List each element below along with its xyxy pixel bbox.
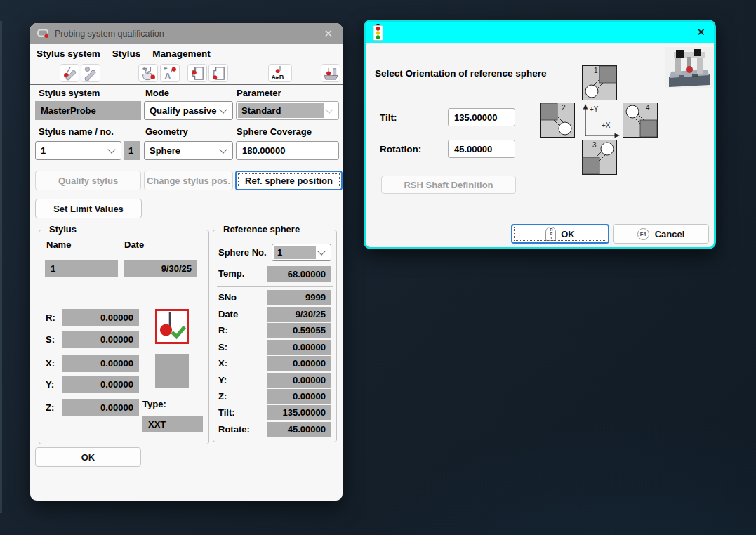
orientation-1-tile[interactable]: 1 xyxy=(582,65,617,100)
divider xyxy=(217,286,333,287)
ref-y-label: Y: xyxy=(218,375,227,385)
orientation-dialog-window: ✕ Select Orientation of reference sphere xyxy=(364,20,716,249)
mode-label: Mode xyxy=(145,88,169,98)
tilt-label: Tilt: xyxy=(380,112,397,123)
stylus-name-label: Stylus name / no. xyxy=(39,126,114,137)
left-window-titlebar[interactable]: Probing system qualification ✕ xyxy=(30,23,343,44)
qualify-stylus-icon[interactable] xyxy=(60,64,79,82)
stylus-number-value: 1 xyxy=(124,141,140,160)
copy-stylus-file-icon[interactable] xyxy=(208,64,228,82)
name-column-label: Name xyxy=(46,239,71,250)
rotation-label: Rotation: xyxy=(380,144,421,154)
chevron-down-icon xyxy=(317,247,325,255)
orientation-3-tile[interactable]: 3 xyxy=(582,140,617,175)
rename-stylus-icon[interactable]: A xyxy=(160,64,180,82)
stylus-group-legend: Stylus xyxy=(46,224,80,235)
ref-rotate-label: Rotate: xyxy=(218,424,250,435)
svg-text:A: A xyxy=(164,71,171,81)
set-limit-values-button[interactable]: Set Limit Values xyxy=(35,199,142,218)
traffic-light-icon xyxy=(373,24,384,41)
ref-tilt-label: Tilt: xyxy=(218,407,235,418)
f4-key-icon: F4 xyxy=(637,228,649,240)
ref-s-value: 0.00000 xyxy=(267,340,331,355)
stylus-date-value: 9/30/25 xyxy=(124,260,197,277)
toolbar: A A▸B xyxy=(30,63,343,85)
ref-sno-label: SNo xyxy=(218,292,237,303)
stylus-group: Stylus Name Date 1 9/30/25 R: 0.00000 S:… xyxy=(39,230,209,444)
parameter-label: Parameter xyxy=(237,88,281,98)
stylus-x-value: 0.00000 xyxy=(62,355,139,372)
window-title: Probing system qualification xyxy=(55,29,164,39)
copy-a-to-b-icon[interactable]: A▸B xyxy=(268,64,292,82)
date-column-label: Date xyxy=(124,239,144,250)
orientation-2-tile[interactable]: 2 xyxy=(540,103,575,138)
dialog-heading: Select Orientation of reference sphere xyxy=(375,68,547,79)
geometry-label: Geometry xyxy=(145,126,188,137)
chevron-down-icon xyxy=(325,105,333,113)
stylus-z-label: Z: xyxy=(46,402,54,413)
svg-text:2: 2 xyxy=(562,104,566,112)
type-label: Type: xyxy=(142,399,166,409)
stylus-z-value: 0.00000 xyxy=(62,399,139,416)
reference-sphere-group: Reference sphere Sphere No. 1 Temp. 68.0… xyxy=(213,230,337,442)
manual-qualify-hand-probe-icon[interactable] xyxy=(138,64,158,82)
reference-sphere-legend: Reference sphere xyxy=(220,224,303,235)
sphere-coverage-input[interactable] xyxy=(236,141,339,160)
cmm-machine-image xyxy=(665,47,713,88)
stylus-y-label: Y: xyxy=(46,379,54,390)
background-window-edge xyxy=(0,21,2,513)
qualify-stylus-button: Qualify stylus xyxy=(35,171,141,190)
temp-value: 68.00000 xyxy=(267,266,331,282)
orientation-4-tile[interactable]: 4 xyxy=(623,103,658,138)
stylus-y-value: 0.00000 xyxy=(62,376,139,393)
ref-date-label: Date xyxy=(218,309,238,319)
xy-axis-icon: +Y +X xyxy=(581,103,622,138)
temp-label: Temp. xyxy=(218,268,244,279)
close-icon[interactable]: ✕ xyxy=(324,27,333,40)
ref-r-value: 0.59055 xyxy=(267,323,331,338)
ref-sno-value: 9999 xyxy=(267,290,331,305)
right-window-titlebar[interactable]: ✕ xyxy=(366,22,714,43)
return-key-icon: RET xyxy=(545,227,556,241)
ref-x-value: 0.00000 xyxy=(267,356,331,371)
geometry-dropdown[interactable]: Sphere xyxy=(144,141,233,160)
dialog-cancel-button[interactable]: F4 Cancel xyxy=(613,224,709,244)
ok-button[interactable]: OK xyxy=(35,447,141,467)
ref-x-label: X: xyxy=(218,358,227,369)
stylus-preview-placeholder xyxy=(155,354,189,388)
stylus-x-label: X: xyxy=(46,358,55,369)
svg-text:+X: +X xyxy=(602,121,611,129)
ref-y-value: 0.00000 xyxy=(267,373,331,388)
tilt-input[interactable] xyxy=(448,108,515,126)
machine-probe-position-icon[interactable] xyxy=(321,64,340,82)
chevron-down-icon xyxy=(107,145,115,153)
ref-rotate-value: 45.00000 xyxy=(267,422,331,437)
menu-stylus[interactable]: Stylus xyxy=(112,48,141,59)
menu-stylus-system[interactable]: Stylus system xyxy=(37,48,100,59)
stylus-r-value: 0.00000 xyxy=(62,309,139,326)
close-icon[interactable]: ✕ xyxy=(696,26,705,39)
stylus-sphere-wrench-icon[interactable] xyxy=(81,64,100,82)
save-stylus-file-icon[interactable] xyxy=(187,64,207,82)
sphere-no-dropdown[interactable]: 1 xyxy=(272,244,331,261)
stylus-qualified-status-icon xyxy=(155,309,189,344)
ref-r-label: R: xyxy=(218,325,228,336)
rotation-input[interactable] xyxy=(448,140,515,158)
probing-qualification-window: Probing system qualification ✕ Stylus sy… xyxy=(30,23,343,501)
svg-text:1: 1 xyxy=(594,67,598,74)
sphere-coverage-label: Sphere Coverage xyxy=(237,126,312,137)
menu-management[interactable]: Management xyxy=(152,48,211,59)
dialog-ok-button[interactable]: RET OK xyxy=(511,224,609,244)
change-stylus-pos-button: Change stylus pos. xyxy=(144,171,233,190)
ref-sphere-position-button[interactable]: Ref. sphere position xyxy=(235,171,343,190)
stylus-s-label: S: xyxy=(46,334,55,345)
ref-z-value: 0.00000 xyxy=(267,389,331,404)
chevron-down-icon xyxy=(219,105,227,113)
stylus-system-label: Stylus system xyxy=(39,88,100,98)
ref-date-value: 9/30/25 xyxy=(267,307,331,322)
desktop: Probing system qualification ✕ Stylus sy… xyxy=(0,0,756,535)
stylus-s-value: 0.00000 xyxy=(62,331,139,348)
ref-tilt-value: 135.00000 xyxy=(267,405,331,420)
stylus-name-dropdown[interactable]: 1 xyxy=(35,141,121,160)
mode-dropdown[interactable]: Qualify passive xyxy=(144,101,233,120)
